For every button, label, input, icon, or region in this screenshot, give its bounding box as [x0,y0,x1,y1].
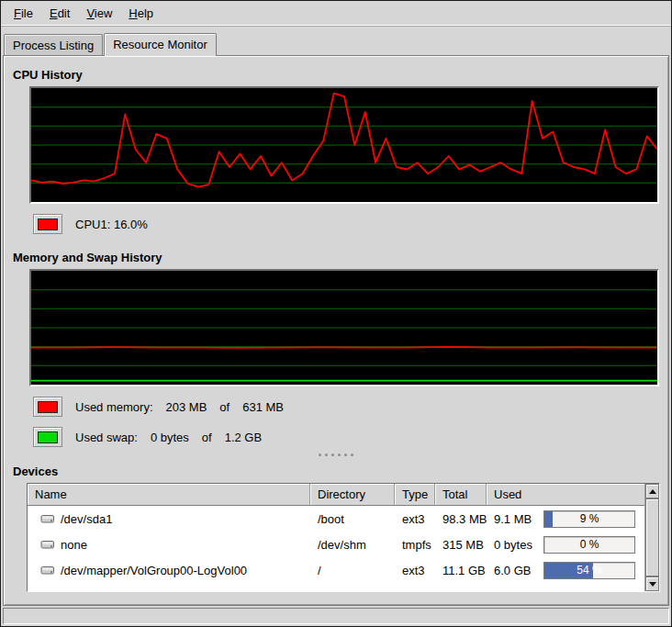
memory-swap-chart [31,271,657,385]
device-name: none [61,538,87,552]
scroll-down-button[interactable] [645,577,659,591]
swap-legend: Used swap: 0 bytes of 1.2 GB [33,427,661,447]
device-name: /dev/sda1 [61,512,112,526]
device-type: tmpfs [395,538,435,552]
scrollbar-thumb[interactable] [645,498,659,577]
device-row[interactable]: none /dev/shm tmpfs 315 MB 0 bytes 0 % [28,532,644,557]
menu-edit[interactable]: Edit [42,3,77,24]
cpu-legend: CPU1: 16.0% [33,214,661,234]
column-header-type[interactable]: Type [395,484,435,506]
arrow-up-icon [649,489,656,494]
device-used: 9.1 MB [494,512,543,526]
menu-view[interactable]: View [79,3,119,24]
device-type: ext3 [395,512,435,526]
memory-used-value: 203 MB [166,400,207,414]
memory-of-label: of [219,400,230,414]
drive-icon [40,513,55,524]
device-usage-bar: 9 % [543,510,635,528]
swap-total-value: 1.2 GB [225,431,262,444]
memory-legend: Used memory: 203 MB of 631 MB [33,397,661,417]
memory-legend-label: Used memory: [75,400,153,414]
status-bar [3,608,669,624]
tab-process-listing[interactable]: Process Listing [4,34,103,55]
swap-color-swatch [38,431,58,443]
device-name: /dev/mapper/VolGroup00-LogVol00 [61,564,247,577]
usage-percent-label: 54 % [544,564,634,577]
device-used: 0 bytes [494,538,543,552]
device-total: 98.3 MB [435,512,487,526]
drive-icon [40,539,55,550]
usage-percent-label: 0 % [544,538,634,551]
notebook-frame: CPU History CPU1: 16.0% Memory and Swap … [3,55,669,606]
memory-color-swatch [38,401,58,413]
devices-list: Name Directory Type Total Used /dev/sda1 [28,484,644,591]
menu-file[interactable]: File [6,3,40,24]
devices-header-row: Name Directory Type Total Used [28,484,644,506]
device-used: 6.0 GB [494,564,543,577]
pane-resize-handle[interactable] [11,451,661,458]
cpu-history-title: CPU History [13,68,661,82]
column-header-name[interactable]: Name [28,484,310,506]
column-header-total[interactable]: Total [435,484,487,506]
tab-strip: Process Listing Resource Monitor [1,27,671,55]
resource-monitor-page: CPU History CPU1: 16.0% Memory and Swap … [4,56,668,605]
device-directory: /dev/shm [310,538,395,552]
device-usage-bar: 54 % [543,562,635,579]
column-header-used[interactable]: Used [487,484,644,506]
swap-used-value: 0 bytes [151,431,189,444]
menu-bar: File Edit View Help [1,1,671,27]
device-row[interactable]: /dev/mapper/VolGroup00-LogVol00 / ext3 1… [28,557,644,583]
devices-scrollbar[interactable] [644,484,659,591]
system-monitor-window: File Edit View Help Process Listing Reso… [0,0,672,627]
menu-help[interactable]: Help [121,3,161,24]
device-total: 11.1 GB [435,564,487,577]
device-type: ext3 [395,564,435,577]
column-header-directory[interactable]: Directory [310,484,395,506]
usage-percent-label: 9 % [544,512,634,525]
device-total: 315 MB [435,538,487,552]
cpu-color-swatch-frame [33,214,62,234]
devices-title: Devices [13,465,661,478]
memory-swap-chart-frame [29,269,659,386]
device-directory: /boot [310,512,395,526]
arrow-down-icon [649,582,656,587]
cpu-legend-label: CPU1: 16.0% [75,218,148,231]
cpu-history-chart-frame [29,86,659,204]
cpu-chart [31,88,657,202]
device-row[interactable]: /dev/sda1 /boot ext3 98.3 MB 9.1 MB 9 % [28,506,644,532]
swap-of-label: of [202,431,212,444]
scroll-up-button[interactable] [645,484,659,498]
memory-color-swatch-frame [33,397,62,417]
resize-grip-dots [319,453,321,456]
memory-swap-title: Memory and Swap History [13,251,661,264]
swap-legend-label: Used swap: [75,431,138,444]
devices-table: Name Directory Type Total Used /dev/sda1 [27,483,660,592]
tab-resource-monitor[interactable]: Resource Monitor [104,33,217,56]
drive-icon [40,565,55,576]
device-directory: / [310,564,395,577]
device-usage-bar: 0 % [543,536,635,554]
memory-total-value: 631 MB [242,400,284,414]
swap-color-swatch-frame [33,427,62,447]
cpu-color-swatch [38,218,58,230]
devices-list-filler [28,583,644,591]
